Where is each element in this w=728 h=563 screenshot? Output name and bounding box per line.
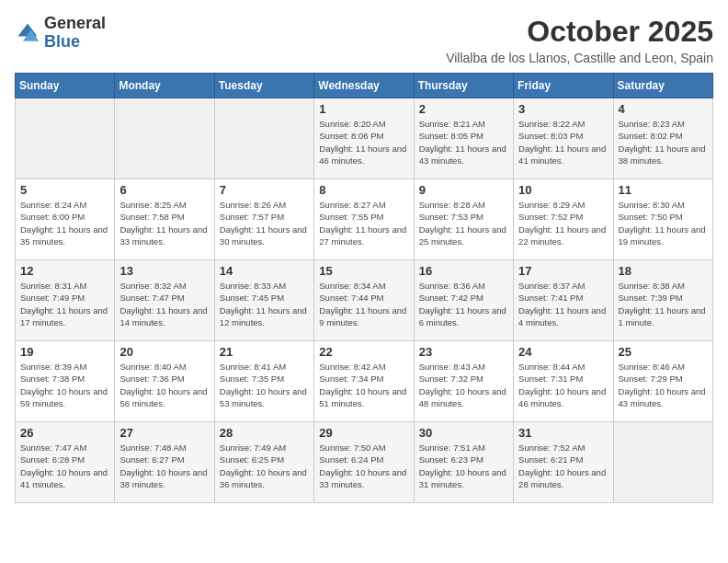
location-subtitle: Villalba de los Llanos, Castille and Leo… xyxy=(446,51,713,65)
week-row-0: 1Sunrise: 8:20 AMSunset: 8:06 PMDaylight… xyxy=(16,98,713,179)
weekday-header-tuesday: Tuesday xyxy=(214,74,313,98)
day-info: Sunrise: 7:52 AMSunset: 6:21 PMDaylight:… xyxy=(518,442,608,490)
calendar-cell xyxy=(16,98,115,179)
day-number: 8 xyxy=(319,183,408,197)
day-info: Sunrise: 8:20 AMSunset: 8:06 PMDaylight:… xyxy=(319,118,408,167)
weekday-header-saturday: Saturday xyxy=(613,74,712,98)
weekday-header-sunday: Sunday xyxy=(16,74,115,98)
calendar-cell: 28Sunrise: 7:49 AMSunset: 6:25 PMDayligh… xyxy=(214,422,313,503)
day-info: Sunrise: 7:49 AMSunset: 6:25 PMDaylight:… xyxy=(220,442,309,490)
calendar-cell: 27Sunrise: 7:48 AMSunset: 6:27 PMDayligh… xyxy=(115,422,214,503)
page-header: General Blue October 2025 Villalba de lo… xyxy=(15,15,713,65)
day-number: 13 xyxy=(119,264,209,278)
day-number: 11 xyxy=(619,183,708,197)
day-info: Sunrise: 8:42 AMSunset: 7:34 PMDaylight:… xyxy=(319,361,408,409)
calendar-cell: 2Sunrise: 8:21 AMSunset: 8:05 PMDaylight… xyxy=(414,98,513,179)
day-info: Sunrise: 8:36 AMSunset: 7:42 PMDaylight:… xyxy=(419,280,508,328)
day-number: 22 xyxy=(319,345,408,359)
day-number: 23 xyxy=(419,345,508,359)
day-info: Sunrise: 8:46 AMSunset: 7:29 PMDaylight:… xyxy=(619,361,708,409)
day-number: 14 xyxy=(220,264,309,278)
calendar-cell: 30Sunrise: 7:51 AMSunset: 6:23 PMDayligh… xyxy=(414,422,513,503)
day-info: Sunrise: 8:25 AMSunset: 7:58 PMDaylight:… xyxy=(119,199,209,247)
day-number: 9 xyxy=(419,183,508,197)
day-info: Sunrise: 8:28 AMSunset: 7:53 PMDaylight:… xyxy=(419,199,508,247)
day-number: 7 xyxy=(220,183,309,197)
calendar-cell: 16Sunrise: 8:36 AMSunset: 7:42 PMDayligh… xyxy=(414,260,513,341)
day-info: Sunrise: 8:23 AMSunset: 8:02 PMDaylight:… xyxy=(619,118,708,167)
day-info: Sunrise: 7:48 AMSunset: 6:27 PMDaylight:… xyxy=(119,442,209,490)
month-title: October 2025 xyxy=(446,15,713,49)
calendar-cell: 12Sunrise: 8:31 AMSunset: 7:49 PMDayligh… xyxy=(16,260,115,341)
calendar-body: 1Sunrise: 8:20 AMSunset: 8:06 PMDaylight… xyxy=(16,98,713,503)
calendar-cell: 9Sunrise: 8:28 AMSunset: 7:53 PMDaylight… xyxy=(414,179,513,260)
calendar-cell: 7Sunrise: 8:26 AMSunset: 7:57 PMDaylight… xyxy=(214,179,313,260)
calendar-cell xyxy=(214,98,313,179)
day-info: Sunrise: 8:29 AMSunset: 7:52 PMDaylight:… xyxy=(518,199,608,247)
day-number: 17 xyxy=(518,264,608,278)
day-info: Sunrise: 8:44 AMSunset: 7:31 PMDaylight:… xyxy=(518,361,608,409)
calendar-cell xyxy=(613,422,712,503)
logo: General Blue xyxy=(15,15,106,52)
day-info: Sunrise: 8:41 AMSunset: 7:35 PMDaylight:… xyxy=(220,361,309,409)
day-number: 21 xyxy=(220,345,309,359)
calendar-table: SundayMondayTuesdayWednesdayThursdayFrid… xyxy=(15,73,713,503)
day-number: 19 xyxy=(20,345,109,359)
day-info: Sunrise: 7:51 AMSunset: 6:23 PMDaylight:… xyxy=(419,442,508,490)
day-info: Sunrise: 8:34 AMSunset: 7:44 PMDaylight:… xyxy=(319,280,408,328)
day-info: Sunrise: 8:21 AMSunset: 8:05 PMDaylight:… xyxy=(419,118,508,167)
calendar-cell: 15Sunrise: 8:34 AMSunset: 7:44 PMDayligh… xyxy=(314,260,414,341)
day-info: Sunrise: 8:39 AMSunset: 7:38 PMDaylight:… xyxy=(20,361,109,409)
calendar-cell: 26Sunrise: 7:47 AMSunset: 6:28 PMDayligh… xyxy=(16,422,115,503)
day-number: 29 xyxy=(319,426,408,440)
day-number: 10 xyxy=(518,183,608,197)
day-number: 26 xyxy=(20,426,109,440)
day-number: 20 xyxy=(119,345,209,359)
weekday-header-wednesday: Wednesday xyxy=(314,74,414,98)
calendar-cell: 6Sunrise: 8:25 AMSunset: 7:58 PMDaylight… xyxy=(115,179,214,260)
calendar-cell: 8Sunrise: 8:27 AMSunset: 7:55 PMDaylight… xyxy=(314,179,414,260)
day-number: 31 xyxy=(518,426,608,440)
day-number: 24 xyxy=(518,345,608,359)
day-number: 3 xyxy=(518,102,608,116)
day-info: Sunrise: 7:50 AMSunset: 6:24 PMDaylight:… xyxy=(319,442,408,490)
calendar-cell: 29Sunrise: 7:50 AMSunset: 6:24 PMDayligh… xyxy=(314,422,414,503)
calendar-cell: 18Sunrise: 8:38 AMSunset: 7:39 PMDayligh… xyxy=(613,260,712,341)
weekday-header-monday: Monday xyxy=(115,74,214,98)
day-number: 5 xyxy=(20,183,109,197)
day-info: Sunrise: 7:47 AMSunset: 6:28 PMDaylight:… xyxy=(20,442,109,490)
day-number: 1 xyxy=(319,102,408,116)
day-info: Sunrise: 8:32 AMSunset: 7:47 PMDaylight:… xyxy=(119,280,209,328)
calendar-cell: 20Sunrise: 8:40 AMSunset: 7:36 PMDayligh… xyxy=(115,341,214,422)
day-info: Sunrise: 8:33 AMSunset: 7:45 PMDaylight:… xyxy=(220,280,309,328)
calendar-cell: 13Sunrise: 8:32 AMSunset: 7:47 PMDayligh… xyxy=(115,260,214,341)
day-number: 28 xyxy=(220,426,309,440)
day-info: Sunrise: 8:26 AMSunset: 7:57 PMDaylight:… xyxy=(220,199,309,247)
calendar-cell: 1Sunrise: 8:20 AMSunset: 8:06 PMDaylight… xyxy=(314,98,414,179)
calendar-cell: 21Sunrise: 8:41 AMSunset: 7:35 PMDayligh… xyxy=(214,341,313,422)
weekday-header-thursday: Thursday xyxy=(414,74,513,98)
day-number: 25 xyxy=(619,345,708,359)
calendar-cell xyxy=(115,98,214,179)
calendar-cell: 3Sunrise: 8:22 AMSunset: 8:03 PMDaylight… xyxy=(514,98,613,179)
day-number: 6 xyxy=(119,183,209,197)
day-info: Sunrise: 8:24 AMSunset: 8:00 PMDaylight:… xyxy=(20,199,109,247)
day-number: 2 xyxy=(419,102,508,116)
week-row-2: 12Sunrise: 8:31 AMSunset: 7:49 PMDayligh… xyxy=(16,260,713,341)
title-block: October 2025 Villalba de los Llanos, Cas… xyxy=(446,15,713,65)
day-number: 15 xyxy=(319,264,408,278)
calendar-cell: 10Sunrise: 8:29 AMSunset: 7:52 PMDayligh… xyxy=(514,179,613,260)
calendar-cell: 17Sunrise: 8:37 AMSunset: 7:41 PMDayligh… xyxy=(514,260,613,341)
day-info: Sunrise: 8:30 AMSunset: 7:50 PMDaylight:… xyxy=(619,199,708,247)
day-number: 16 xyxy=(419,264,508,278)
day-info: Sunrise: 8:22 AMSunset: 8:03 PMDaylight:… xyxy=(518,118,608,167)
week-row-3: 19Sunrise: 8:39 AMSunset: 7:38 PMDayligh… xyxy=(16,341,713,422)
day-info: Sunrise: 8:37 AMSunset: 7:41 PMDaylight:… xyxy=(518,280,608,328)
day-number: 27 xyxy=(119,426,209,440)
day-info: Sunrise: 8:43 AMSunset: 7:32 PMDaylight:… xyxy=(419,361,508,409)
day-number: 30 xyxy=(419,426,508,440)
logo-text: General Blue xyxy=(44,15,106,52)
calendar-cell: 25Sunrise: 8:46 AMSunset: 7:29 PMDayligh… xyxy=(613,341,712,422)
calendar-cell: 22Sunrise: 8:42 AMSunset: 7:34 PMDayligh… xyxy=(314,341,414,422)
calendar-cell: 4Sunrise: 8:23 AMSunset: 8:02 PMDaylight… xyxy=(613,98,712,179)
